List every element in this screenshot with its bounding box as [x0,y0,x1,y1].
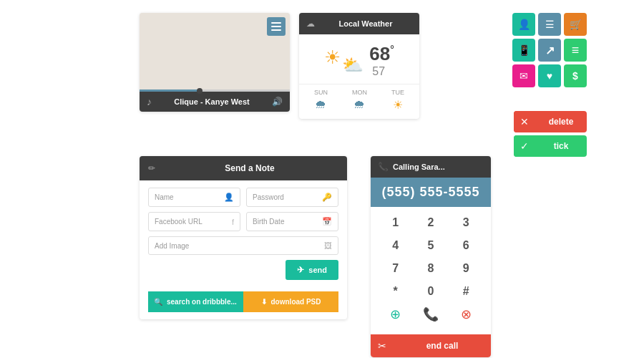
key-9[interactable]: 9 [453,258,479,279]
tick-label: tick [535,141,587,151]
download-icon: ⬇ [261,298,267,306]
facebook-field[interactable]: Facebook URL f [148,212,240,231]
add-image-field[interactable]: Add Image 🖼 [148,236,338,255]
bottom-buttons: 🔍 search on dribbble... ⬇ download PSD [148,291,338,312]
keypad-action-row: ⊕ 📞 ⊗ [378,304,484,324]
forecast-tue-label: TUE [391,89,404,96]
key-star[interactable]: * [383,281,409,301]
list-icon-btn[interactable]: ☰ [538,13,561,36]
keypad-row-3: 7 8 9 [378,258,484,279]
send-note-widget: ✏ Send a Note Name 👤 Password 🔑 Facebook… [140,156,347,319]
music-volume-icon[interactable]: 🔊 [272,97,283,107]
cloud-icon: ⛅ [342,55,364,75]
password-field[interactable]: Password 🔑 [246,188,338,207]
send-note-header: ✏ Send a Note [140,156,347,180]
key-hash[interactable]: # [453,281,479,301]
user-icon-btn[interactable]: 👤 [512,13,535,36]
tick-button[interactable]: ✓ tick [514,135,587,157]
forecast-day-mon: MON 🌧 [352,89,367,112]
key-4[interactable]: 4 [383,236,409,256]
icon-grid: 👤 ☰ 🛒 📱 ↗ ≡ ✉ ♥ $ [512,13,587,87]
key-3[interactable]: 3 [453,213,479,233]
keypad-row-1: 1 2 3 [378,213,484,233]
add-call-btn[interactable]: ⊕ [383,304,409,324]
music-progress-bar[interactable] [140,90,290,92]
weather-cloud-icon: ☁ [306,19,315,29]
key-5[interactable]: 5 [418,236,444,256]
forecast-sun-label: SUN [314,89,328,96]
fb-field-icon: f [232,218,234,226]
phone-number-display: (555) 555-5555 [371,178,491,207]
send-note-title: Send a Note [161,163,338,173]
music-artwork [140,13,290,92]
music-note-icon: ♪ [147,96,152,107]
download-psd-button[interactable]: ⬇ download PSD [243,291,338,312]
weather-title: Local Weather [319,19,412,28]
key-1[interactable]: 1 [383,213,409,233]
music-player: ♪ Clique - Kanye West 🔊 [140,13,290,112]
menu2-icon-btn[interactable]: ≡ [564,39,587,62]
cart-icon-btn[interactable]: 🛒 [564,13,587,36]
music-menu-icon[interactable] [267,17,286,36]
weather-header: ☁ Local Weather [299,13,419,34]
weather-temp-low: 57 [372,65,385,78]
edit-icon: ✏ [148,163,155,173]
music-scrubber[interactable] [197,88,203,94]
phone-icon: 📞 [378,162,389,172]
phone-dialer-widget: 📞 Calling Sara... (555) 555-5555 1 2 3 4… [371,156,491,357]
forecast-mon-icon: 🌧 [353,98,365,111]
key-7[interactable]: 7 [383,258,409,279]
send-note-body: Name 👤 Password 🔑 Facebook URL f Birth D… [140,180,347,319]
image-field-icon: 🖼 [324,241,332,250]
user-field-icon: 👤 [224,193,234,202]
key-0[interactable]: 0 [418,281,444,301]
key-8[interactable]: 8 [418,258,444,279]
key-field-icon: 🔑 [322,193,332,202]
search-dribbble-button[interactable]: 🔍 search on dribbble... [148,291,243,312]
send-button[interactable]: ✈ send [286,260,338,280]
forecast-day-sun: SUN 🌧 [314,89,328,112]
sun-icon: ☀ [324,47,341,69]
dollar-icon-btn[interactable]: $ [564,64,587,87]
key-2[interactable]: 2 [418,213,444,233]
keypad-row-4: * 0 # [378,281,484,301]
weather-sun-cloud-icon: ☀ ⛅ [324,47,364,75]
tick-check-icon: ✓ [514,135,535,157]
end-call-icon: ✂ [371,334,394,357]
end-call-button[interactable]: ✂ end call [371,334,491,357]
share-icon-btn[interactable]: ↗ [538,39,561,62]
search-icon: 🔍 [154,298,162,306]
weather-forecast: SUN 🌧 MON 🌧 TUE ☀ [299,84,419,119]
cal-field-icon: 📅 [322,217,332,226]
name-field[interactable]: Name 👤 [148,188,240,207]
phone-title: Calling Sara... [393,163,445,171]
forecast-sun-icon: 🌧 [315,98,326,111]
weather-main: ☀ ⛅ 68° 57 [299,34,419,84]
music-track-title: Clique - Kanye West [152,97,272,106]
call-btn[interactable]: 📞 [418,304,444,324]
delete-button[interactable]: ✕ delete [514,111,587,132]
form-row-1: Name 👤 Password 🔑 [148,188,338,207]
send-arrow-icon: ✈ [297,265,304,275]
action-buttons-group: ✕ delete ✓ tick [514,111,587,157]
weather-widget: ☁ Local Weather ☀ ⛅ 68° 57 SUN 🌧 MON 🌧 [299,13,419,119]
delete-label: delete [535,117,587,127]
end-call-label: end call [394,334,491,357]
keypad-row-2: 4 5 6 [378,236,484,256]
cancel-call-btn[interactable]: ⊗ [453,304,479,324]
delete-x-icon: ✕ [514,111,535,132]
forecast-day-tue: TUE ☀ [391,89,404,112]
forecast-tue-icon: ☀ [393,98,403,112]
mobile-icon-btn[interactable]: 📱 [512,39,535,62]
weather-temperature: 68° 57 [369,43,394,78]
phone-header: 📞 Calling Sara... [371,156,491,178]
mail-icon-btn[interactable]: ✉ [512,64,535,87]
key-6[interactable]: 6 [453,236,479,256]
heart-icon-btn[interactable]: ♥ [538,64,561,87]
music-progress-fill [140,90,200,92]
music-controls-bar: ♪ Clique - Kanye West 🔊 [140,92,290,112]
weather-temp-high: 68° [369,43,394,65]
forecast-mon-label: MON [352,89,367,96]
birthdate-field[interactable]: Birth Date 📅 [246,212,338,231]
form-row-2: Facebook URL f Birth Date 📅 [148,212,338,231]
